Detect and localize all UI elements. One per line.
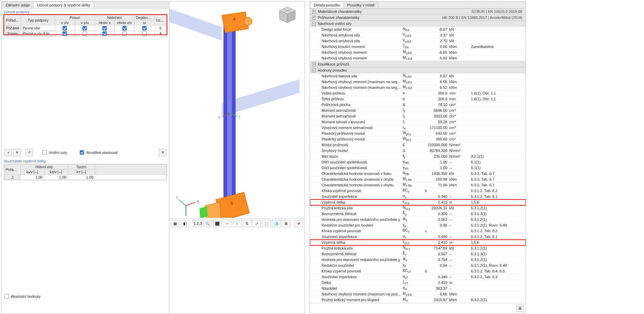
uzel-cell[interactable]: 4 xyxy=(154,31,167,36)
result-row[interactable]: Součinitel imperfekce αy 0.340 -- 6.3.1.… xyxy=(310,194,526,200)
result-row[interactable]: Redukční součinitel pro boulení χy 0.96 … xyxy=(310,223,526,228)
result-row[interactable]: Charakteristická hodnota únosnosti v tla… xyxy=(310,171,526,177)
toolbar-btn[interactable]: ◧ xyxy=(181,220,189,227)
result-row[interactable]: Vzpěrná délka Lcr,y 2.410 m 1.5.6 xyxy=(310,200,526,205)
chk-rozdilne[interactable]: Rozdílné vlastnosti xyxy=(80,150,117,155)
toolbar-btn[interactable]: ▦ xyxy=(171,220,180,227)
result-row[interactable]: Plastický průřezový modul Wpl,y 642.50 c… xyxy=(310,131,526,136)
results-tree[interactable]: +Materiálové charakteristikyS235JR | EN … xyxy=(310,8,526,303)
uzel-cell[interactable]: 5 xyxy=(154,25,167,31)
typ-podpory-cell[interactable]: Pevné vše xyxy=(21,25,55,31)
result-row[interactable]: Charakteristická hodnota únosnosti v ohy… xyxy=(310,182,526,188)
toolbar-btn[interactable]: ⤢ xyxy=(252,220,261,227)
result-row[interactable]: Pružná kritická síla Ncr,z 7147.69 kN 6.… xyxy=(310,245,526,251)
close-icon[interactable]: ✕ xyxy=(159,149,166,156)
result-row[interactable]: Křivka vzpěrné pevnosti BCz c 6.3.1.2, T… xyxy=(310,228,526,234)
expand-icon[interactable]: + xyxy=(312,10,316,14)
result-row[interactable]: Návrhový ohybový moment (maximum na prut… xyxy=(310,291,526,297)
toolbar-btn[interactable]: 🧊 xyxy=(272,220,281,227)
result-row[interactable]: Moment setrvačnosti Iy 5696.00 cm⁴ xyxy=(310,108,526,113)
chk-cell[interactable] xyxy=(75,25,95,31)
section-header[interactable]: −Návrhové vnitřní síly xyxy=(310,21,526,27)
toolbar-btn[interactable]: ⇅ xyxy=(242,220,251,227)
toolbar-btn[interactable]: ↔ xyxy=(223,220,232,227)
tool-del-icon[interactable]: ✕ xyxy=(13,149,21,156)
tool-cursor-icon[interactable]: ↗ xyxy=(25,149,33,156)
toolbar-btn[interactable]: 1.2.3 xyxy=(193,220,202,227)
result-row[interactable]: Návrhový ohybový moment Mz,Ed 6.52 kNm xyxy=(310,55,526,61)
result-row[interactable]: Dílčí součinitel spolehlivosti γM1 1.00 … xyxy=(310,165,526,171)
print-icon[interactable]: 🖶 xyxy=(516,305,524,312)
section-header[interactable]: +Materiálové charakteristikyS235JR | EN … xyxy=(310,8,526,15)
result-row[interactable]: Průřezová plocha A 78.10 cm² xyxy=(310,102,526,108)
section-header[interactable]: −Hodnoty posudku xyxy=(310,67,526,73)
result-row[interactable]: Bezrozměrná štíhlost λ̄y 0.300 -- 6.3.1.… xyxy=(310,211,526,217)
result-row[interactable]: Návrhový ohybový moment My,Ed -6.65 kNm xyxy=(310,50,526,55)
result-row[interactable]: Návrhový kroutící moment TEd 0.00 kNm Za… xyxy=(310,44,526,50)
result-row[interactable]: Modul pružnosti E 210000.000 N/mm² xyxy=(310,142,526,148)
toolbar-confirm-icon[interactable]: ✔ xyxy=(294,220,303,227)
viewport-3d[interactable]: 4 5 x z y X Y Z ▦ ◧ 1.2.3 🔍 xyxy=(169,2,305,313)
result-row[interactable]: Design axial force NEd -8.07 kN xyxy=(310,27,526,32)
left-tabs: Základní údaje Uzlové podpory & vzpěrné … xyxy=(2,2,169,8)
expand-icon[interactable]: + xyxy=(312,62,316,66)
chk-absolutni[interactable]: Absolutní hodnoty xyxy=(4,294,41,298)
section-header[interactable]: +Průřezové charakteristikyHE 200 B | EN … xyxy=(310,15,526,21)
chk-cell[interactable] xyxy=(55,31,75,36)
chk-cell[interactable] xyxy=(55,25,75,31)
chk-cell[interactable] xyxy=(95,25,115,31)
expand-icon[interactable]: − xyxy=(312,22,316,26)
expand-icon[interactable]: + xyxy=(312,16,316,20)
result-row[interactable]: Smykový modul G 80769.200 N/mm² xyxy=(310,148,526,154)
toolbar-btn[interactable]: ⬛ xyxy=(213,220,222,227)
section-header[interactable]: +Klasifikace průřezů xyxy=(310,61,526,67)
tab-zakladni[interactable]: Základní údaje xyxy=(2,2,33,8)
result-row[interactable]: Návrhový ohybový moment (maximum na segm… xyxy=(310,85,526,90)
nav-cube-icon[interactable] xyxy=(278,6,296,24)
result-row[interactable]: Hodnota pro stanovení redukčního součini… xyxy=(310,257,526,263)
toolbar-btn[interactable]: ⬚ xyxy=(262,220,271,227)
result-row[interactable]: Moment setrvačnosti Iz 2003.00 cm⁴ xyxy=(310,113,526,119)
result-row[interactable]: Charakteristická hodnota únosnosti v ohy… xyxy=(310,177,526,182)
result-row[interactable]: Násobitel αcr 363.37 -- xyxy=(310,286,526,291)
chk-cell[interactable] xyxy=(115,31,135,36)
result-row[interactable]: Výška průřezu h 200.0 mm 1.6(1), Obr. 1.… xyxy=(310,90,526,96)
chk-vnitrni-uzly[interactable]: Vnitřní uzly xyxy=(42,150,67,155)
result-row[interactable]: Pružný kritický moment pro klopení Mcr 2… xyxy=(310,297,526,303)
result-row[interactable]: Součinitel imperfekce αz 0.490 -- 6.3.1.… xyxy=(310,234,526,240)
result-row[interactable]: Bezrozměrná štíhlost λ̄z 0.507 -- 6.3.1.… xyxy=(310,251,526,257)
result-row[interactable]: Plastický průřezový modul Wpl,z 305.80 c… xyxy=(310,136,526,142)
result-row[interactable]: Mez kluzu fy 235.000 N/mm² 3.2.1(1) xyxy=(310,154,526,159)
result-row[interactable]: Vzpěrná délka Lcr,z 2.410 m 1.5.6 xyxy=(310,240,526,245)
result-row[interactable]: Křivka vzpěrné pevnosti BCLT b 6.3.1.2, … xyxy=(310,268,526,274)
result-row[interactable]: Návrhová tlaková síla Nc,Ed 8.07 kN xyxy=(310,73,526,79)
result-row[interactable]: Moment tuhosti v kroucení It 59.28 cm⁴ xyxy=(310,119,526,125)
result-row[interactable]: Dílčí součinitel spolehlivosti γM0 1.00 … xyxy=(310,159,526,165)
tab-posudky-v-miste[interactable]: Posudky v místě xyxy=(343,2,378,8)
result-row[interactable]: Hodnota pro stanovení redukčního součini… xyxy=(310,217,526,223)
chk-cell[interactable] xyxy=(135,31,154,36)
toolbar-btn[interactable]: 🔍 xyxy=(203,220,212,227)
chk-cell[interactable] xyxy=(115,25,135,31)
header-info: HE 200 B | EN 10365:2017 | ArcelorMittal… xyxy=(435,15,526,20)
tab-uzlove[interactable]: Uzlové podpory & vzpěrné délky xyxy=(33,2,94,8)
result-row[interactable]: Součinitel imperfekce αLT 0.340 -- 6.3.2… xyxy=(310,274,526,280)
result-row[interactable]: Šířka průřezu b 200.0 mm 1.6(1), Obr. 1.… xyxy=(310,96,526,102)
toolbar-btn[interactable]: ↕ xyxy=(233,220,241,227)
toolbar-btn[interactable]: 🖶 xyxy=(282,220,290,227)
result-row[interactable]: Návrhový ohybový moment (maximum na segm… xyxy=(310,79,526,85)
tool-add-icon[interactable]: ＋ xyxy=(4,149,12,156)
tab-detaily-posudku[interactable]: Detaily posudku xyxy=(310,2,344,8)
chk-cell[interactable] xyxy=(75,31,95,36)
chk-cell[interactable] xyxy=(135,25,154,31)
result-row[interactable]: Křivka vzpěrné pevnosti BCy b 6.3.1.2, T… xyxy=(310,188,526,194)
result-row[interactable]: Výsečový moment setrvačnosti Iw 171100.0… xyxy=(310,125,526,131)
expand-icon[interactable]: − xyxy=(312,69,316,72)
typ-podpory-cell[interactable]: Pevné v z/v & krouc… xyxy=(21,31,55,36)
result-row[interactable]: Návrhová smyková síla Vz,Ed 3.37 kN xyxy=(310,32,526,38)
result-row[interactable]: Redukční součinitel χz 0.84 -- 6.3.1.2(1… xyxy=(310,263,526,268)
result-row[interactable]: Návrhová smyková síla Vy,Ed 2.70 kN xyxy=(310,38,526,44)
chk-cell[interactable] xyxy=(95,31,115,36)
result-row[interactable]: Pružná kritická síla Ncr,y 20326.10 kN 6… xyxy=(310,205,526,211)
result-row[interactable]: Délka LLT 2.410 m xyxy=(310,280,526,286)
